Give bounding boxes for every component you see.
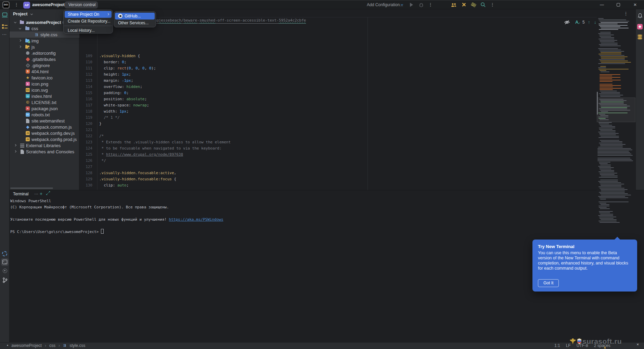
line-number: 114 [79,84,92,90]
debug-button[interactable] [419,2,424,7]
window-minimize-button[interactable]: — [599,2,605,8]
code-line: 121 [79,127,635,133]
navbar-options-kebab-icon[interactable]: ⋮ [623,11,628,16]
gotit-button[interactable]: Got It [538,279,559,287]
prev-problem-arrow-icon[interactable]: ↑ [588,20,590,25]
tree-item-label: LICENSE.txt [31,100,56,105]
tree-item-label: img [31,38,39,43]
menu-item[interactable]: Create Git Repository... [65,18,112,25]
project-tree: awesomeProject C:\Ucssヨstyle.cssimgjsjs.… [10,19,79,180]
line-number: 115 [79,90,92,96]
caret-position-widget[interactable]: 1:1 [554,343,560,348]
editor-surface[interactable]: @jessebeach/beware-smushed-off-screen-ac… [79,17,635,190]
menu-item[interactable]: Local History... [65,27,112,34]
structure-tool-icon[interactable] [2,24,8,29]
tree-item-icon-svg[interactable]: SVGicon.svg [10,87,79,93]
breadcrumb-project[interactable]: awesomeProject [11,343,42,348]
run-button[interactable] [410,3,413,7]
minimap-viewport[interactable] [597,98,635,122]
inspections-widget[interactable]: A ✓ 5 ↑ ↓ [564,19,600,26]
tree-item-webpack-config-dev-js[interactable]: JSwebpack.config.dev.js [10,130,79,136]
new-terminal-tab-icon[interactable]: + [40,191,42,196]
window-maximize-button[interactable] [617,3,620,7]
tree-chevron-icon[interactable] [14,150,16,153]
code-line: 119 /* 1 */ [79,115,635,121]
tree-item-package-json[interactable]: npackage.json [10,105,79,112]
tree-item-robots-txt[interactable]: ••robots.txt [10,112,79,118]
more-tool-windows-icon[interactable]: ⋯ [2,32,7,37]
settings-gear-icon[interactable] [2,251,7,256]
menu-item[interactable]: GitHub... [115,13,155,20]
database-icon[interactable] [637,35,642,39]
project-panel-header[interactable]: Project [13,12,27,16]
breadcrumb-folder[interactable]: css [49,343,55,348]
line-number: 130 [79,182,92,189]
tree-item-js[interactable]: jsjs [10,44,79,50]
tree-item-license-txt[interactable]: ©LICENSE.txt [10,99,79,105]
breadcrumb-bullet: • [7,343,8,348]
tree-chevron-icon[interactable] [19,27,21,29]
line-number: 125 [79,152,92,158]
tree-item-img[interactable]: img [10,38,79,44]
tree-item-webpack-config-prod-js[interactable]: JSwebpack.config.prod.js [10,136,79,142]
project-tree-hscrollbar[interactable] [10,188,53,189]
tree-item--editorconfig[interactable]: .editorconfig [10,50,79,56]
toolbar-more-kebab-icon[interactable]: ⋮ [490,2,495,7]
code-line: 123 * Extends the .visually-hidden class… [79,139,635,145]
tree-item-webpack-common-js[interactable]: ◆webpack.common.js [10,124,79,130]
tree-item--gitattributes[interactable]: .gitattributes [10,56,79,62]
title-bar: GO ⋮ AP awesomeProject Version control A… [0,0,644,9]
tree-item-label: .gitattributes [31,57,56,62]
build-tools-icon[interactable] [461,2,466,8]
code-line: 115 padding: 0; [79,90,635,96]
code-line: 126 */ [79,158,635,164]
file-icon [25,119,30,123]
next-problem-arrow-icon[interactable]: ↓ [594,20,596,25]
project-tool-icon[interactable] [2,12,8,18]
line-number: 129 [79,176,92,182]
notifications-bell-icon[interactable] [637,13,643,18]
terminal-tab[interactable]: Terminal [13,192,28,196]
tree-item-site-webmanifest[interactable]: site.webmanifest [10,118,79,124]
code-line: 127 [79,164,635,170]
run-options-kebab-icon[interactable]: ⋮ [428,2,433,7]
tree-item-icon-png[interactable]: ▲icon.png [10,81,79,87]
tree-item-index-html[interactable]: <>index.html [10,93,79,99]
terminal-link[interactable]: https://aka.ms/PSWindows [169,217,223,222]
terminal-output[interactable]: Windows PowerShell(C) Корпорация Майкрос… [10,198,223,235]
git-branch-icon[interactable] [2,277,8,283]
terminal-tabs-more-icon[interactable]: … [34,191,38,195]
main-menu-kebab-icon[interactable]: ⋮ [14,2,19,7]
ai-assistant-plugin-icon[interactable] [637,24,643,29]
project-panel-header-chevron-icon[interactable] [30,13,33,15]
science-atom-icon[interactable] [471,2,476,8]
menu-item[interactable]: Share Project On [65,11,112,18]
tree-chevron-icon[interactable] [14,21,16,23]
code-line: 124 * to be focusable when navigated to … [79,145,635,152]
editor-scrollbar-thumb[interactable] [597,92,598,115]
terminal-expand-icon[interactable]: ↗ ↙ [47,191,51,195]
breadcrumb-file[interactable]: style.css [69,343,85,348]
tree-chevron-icon[interactable] [19,39,21,42]
tree-item--gitignore[interactable]: .gitignore [10,62,79,68]
window-close-button[interactable]: ✕ [632,2,638,8]
menu-item[interactable]: Other Services... [115,20,155,26]
tooltip-title: Try New Terminal [532,240,637,250]
run-configuration-widget[interactable]: Add Configuration... [367,2,403,7]
editor-minimap[interactable] [597,17,635,226]
eye-off-icon[interactable] [564,20,570,25]
tree-chevron-icon[interactable] [19,46,21,48]
tree-item-404-html[interactable]: 5404.html [10,68,79,75]
project-widget[interactable]: awesomeProject [32,2,65,7]
tree-item-external-libraries[interactable]: External Libraries [10,142,79,148]
tree-item-scratches-and-consoles[interactable]: Scratches and Consoles [10,148,79,155]
tree-item-favicon-ico[interactable]: ★favicon.ico [10,75,79,81]
code-with-me-users-icon[interactable] [451,2,456,8]
line-number: 111 [79,65,92,72]
tree-chevron-icon[interactable] [14,144,16,146]
services-tool-icon[interactable] [3,269,7,273]
terminal-tool-button[interactable]: › _ [1,258,9,266]
vcs-widget[interactable]: Version control [65,1,98,9]
line-number: 119 [79,115,92,121]
search-everywhere-icon[interactable] [480,2,486,8]
